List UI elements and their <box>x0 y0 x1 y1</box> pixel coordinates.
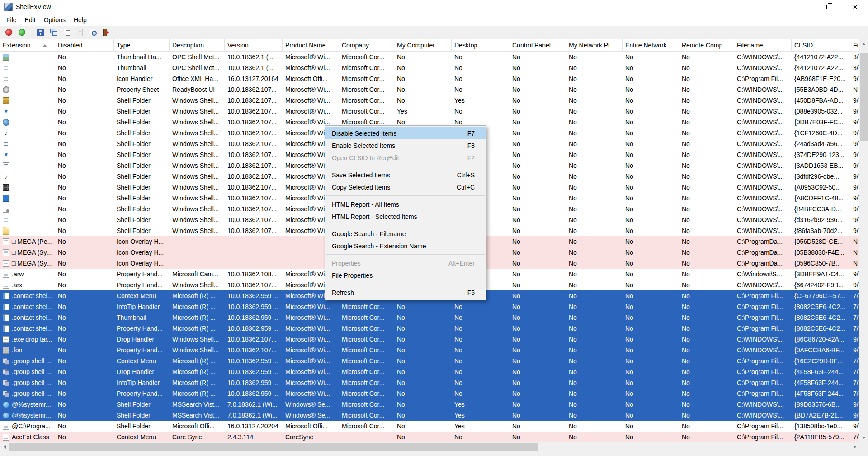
table-row[interactable]: AccExt ClassNoContext MenuCore Sync2.4.3… <box>0 432 859 442</box>
column-header-filename[interactable]: Filename <box>734 39 792 51</box>
cell: 9/ <box>850 280 859 290</box>
table-row[interactable]: NoProperty SheetReadyBoost UI10.0.18362.… <box>0 84 859 95</box>
copy-button[interactable] <box>60 26 73 39</box>
cell: No <box>509 388 566 399</box>
cell: 9/ <box>850 421 859 432</box>
cell: 10.0.18362.959 ... <box>225 290 283 301</box>
menu-item-google-search-extension-name[interactable]: Google Search - Extension Name <box>325 240 486 252</box>
close-button[interactable] <box>842 0 868 14</box>
column-header-remote-comp[interactable]: Remote Comp... <box>679 39 734 51</box>
table-row[interactable]: .contact shel...NoProperty Hand...Micros… <box>0 323 859 334</box>
table-row[interactable]: .group shell ...NoDrop HandlerMicrosoft … <box>0 366 859 377</box>
table-row[interactable]: .group shell ...NoContext MenuMicrosoft … <box>0 356 859 366</box>
menu-item-html-report-all-items[interactable]: HTML Report - All Items <box>325 198 486 210</box>
menu-item-save-selected-items[interactable]: Save Selected ItemsCtrl+S <box>325 169 486 181</box>
table-row[interactable]: @C:\Progra...NoShell FolderMicrosoft Off… <box>0 421 859 432</box>
table-row[interactable]: NoThumbnail Ha...OPC Shell Met...10.0.18… <box>0 52 859 62</box>
cell: No <box>679 388 734 399</box>
table-row[interactable]: .group shell ...NoInfoTip HandlerMicroso… <box>0 377 859 388</box>
table-row[interactable]: @%systemr...NoShell FolderMSSearch Vist.… <box>0 410 859 421</box>
menu-item-html-report-selected-items[interactable]: HTML Report - Selected Items <box>325 210 486 223</box>
column-header-my-computer[interactable]: My Computer <box>394 39 452 51</box>
scroll-up-button[interactable] <box>859 39 868 48</box>
column-header-fil[interactable]: Fil... <box>850 39 859 51</box>
cell: 10.0.18362.107... <box>225 106 283 117</box>
vertical-scrollbar[interactable] <box>859 39 868 442</box>
column-header-company[interactable]: Company <box>339 39 394 51</box>
column-header-my-network-pl[interactable]: My Network Pl... <box>566 39 623 51</box>
save-button[interactable] <box>34 26 47 39</box>
table-row[interactable]: .group shell ...NoProperty Hand...Micros… <box>0 388 859 399</box>
disable-selected-button[interactable] <box>2 26 15 39</box>
horizontal-scroll-thumb[interactable] <box>9 443 538 451</box>
cell: No <box>394 312 452 323</box>
cell: Shell Folder <box>114 117 170 128</box>
menu-help[interactable]: Help <box>70 14 91 26</box>
menu-edit[interactable]: Edit <box>21 14 40 26</box>
vertical-scroll-thumb[interactable] <box>860 53 868 141</box>
scroll-left-button[interactable] <box>0 442 9 451</box>
exit-button[interactable] <box>99 26 113 39</box>
cell: Windows Shell... <box>170 204 225 214</box>
maximize-button[interactable] <box>816 0 842 14</box>
table-row[interactable]: .fonNoProperty Hand...Windows Shell...10… <box>0 345 859 356</box>
cell: No <box>452 62 509 73</box>
cell: No <box>509 247 566 258</box>
menu-item-google-search-filename[interactable]: Google Search - Filename <box>325 228 486 240</box>
table-row[interactable]: NoIcon HandlerOffice XML Ha...16.0.13127… <box>0 73 859 84</box>
menu-item-enable-selected-items[interactable]: Enable Selected ItemsF8 <box>325 139 486 152</box>
cell: No <box>509 377 566 388</box>
cell: No <box>623 421 679 432</box>
column-header-description[interactable]: Description <box>170 39 225 51</box>
table-row[interactable]: NoThumbnailOPC Shell Met...10.0.18362.1 … <box>0 62 859 73</box>
cell <box>0 117 55 128</box>
cell: No <box>509 149 566 160</box>
cell: Yes <box>452 95 509 106</box>
enable-selected-button[interactable] <box>15 26 28 39</box>
find-icon <box>89 28 97 36</box>
floppy-icon <box>37 29 44 36</box>
table-row[interactable]: .contact shel...NoInfoTip HandlerMicroso… <box>0 301 859 312</box>
column-header-product-name[interactable]: Product Name <box>283 39 339 51</box>
column-header-control-panel[interactable]: Control Panel <box>509 39 566 51</box>
horizontal-scrollbar[interactable] <box>0 442 859 451</box>
menu-item-disable-selected-items[interactable]: Disable Selected ItemsF7 <box>325 127 486 139</box>
menu-options[interactable]: Options <box>40 14 70 26</box>
menu-item-refresh[interactable]: RefreshF5 <box>325 286 486 299</box>
column-header-entire-network[interactable]: Entire Network <box>623 39 679 51</box>
cell: No <box>566 301 623 312</box>
cell: No <box>55 84 114 95</box>
table-row[interactable]: @%systemr...NoShell FolderMSSearch Vist.… <box>0 399 859 410</box>
scroll-down-button[interactable] <box>859 433 868 442</box>
column-header-desktop[interactable]: Desktop <box>452 39 509 51</box>
menu-item-copy-selected-items[interactable]: Copy Selected ItemsCtrl+C <box>325 181 486 193</box>
column-header-version[interactable]: Version <box>225 39 283 51</box>
column-header-extension[interactable]: Extension... <box>0 39 55 51</box>
open-in-regedit-button[interactable] <box>47 26 60 39</box>
cell: No <box>566 182 623 193</box>
cell: No <box>623 388 679 399</box>
cell: 9/ <box>850 117 859 128</box>
table-row[interactable]: ▼NoShell FolderWindows Shell...10.0.1836… <box>0 106 859 117</box>
arrow-left-icon <box>2 445 6 449</box>
table-row[interactable]: NoShell FolderWindows Shell...10.0.18362… <box>0 95 859 106</box>
cell: C:\WINDOWS\... <box>734 214 792 225</box>
restore-icon <box>826 5 831 10</box>
scroll-right-button[interactable] <box>851 442 859 451</box>
column-header-clsid[interactable]: CLSID <box>792 39 850 51</box>
cell: Shell Folder <box>114 182 170 193</box>
table-row[interactable]: .exe drop tar...NoDrop HandlerWindows Sh… <box>0 334 859 345</box>
table-row[interactable]: .contact shel...NoThumbnailMicrosoft (R)… <box>0 312 859 323</box>
cell: No <box>623 356 679 366</box>
find-button[interactable] <box>86 26 99 39</box>
menu-item-file-properties[interactable]: File Properties <box>325 269 486 281</box>
cell: No <box>55 345 114 356</box>
column-header-type[interactable]: Type <box>114 39 170 51</box>
cell: 9/ <box>850 399 859 410</box>
cell: No <box>55 421 114 432</box>
cell: No <box>394 345 452 356</box>
column-header-disabled[interactable]: Disabled <box>55 39 114 51</box>
cell: No <box>55 356 114 366</box>
menu-file[interactable]: File <box>2 14 21 26</box>
minimize-button[interactable] <box>789 0 816 14</box>
